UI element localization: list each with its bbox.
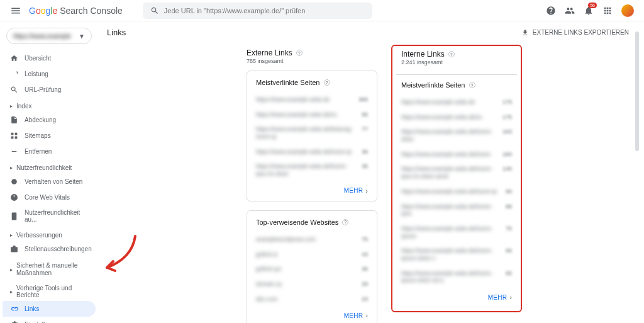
external-links-total: 785 insgesamt bbox=[247, 58, 377, 64]
sidebar-item-settings[interactable]: Einstellungen bbox=[3, 317, 96, 323]
sidebar-item-url-inspect[interactable]: URL-Prüfung bbox=[3, 82, 96, 98]
link-row[interactable]: domain.xy29 bbox=[256, 277, 368, 292]
link-row[interactable]: https://www.example-seite.de/lorem160 bbox=[401, 147, 512, 162]
search-box[interactable] bbox=[143, 3, 372, 19]
internal-links-column: Interne Links? 2.241 insgesamt Meistverl… bbox=[391, 48, 522, 323]
export-button[interactable]: EXTERNE LINKS EXPORTIEREN bbox=[521, 29, 629, 37]
link-row[interactable]: https://www.example-seite.de/lorem-ipsum… bbox=[401, 244, 512, 266]
link-row[interactable]: https://www.example-seite.de/lorem-ipsum… bbox=[401, 222, 512, 244]
link-row[interactable]: https://www.example-seite.de/xx95 bbox=[256, 108, 368, 123]
app-header: Google Search Console 56 bbox=[0, 0, 644, 21]
link-row[interactable]: https://www.example-seite.de/leistung-lo… bbox=[256, 122, 368, 144]
sidebar-item-page-experience[interactable]: Verhalten von Seiten bbox=[3, 174, 96, 190]
sidebar: https://www.example ▼ Übersicht Leistung… bbox=[0, 21, 101, 323]
sidebar-item-overview[interactable]: Übersicht bbox=[3, 50, 96, 66]
chevron-right-icon: › bbox=[509, 293, 512, 301]
sidebar-item-legacy[interactable]: ▸Vorherige Tools und Berichte bbox=[3, 280, 96, 301]
link-row[interactable]: https://www.example-seite.de175 bbox=[401, 95, 512, 110]
help-icon[interactable]: ? bbox=[342, 219, 348, 225]
sidebar-item-performance[interactable]: Leistung bbox=[3, 66, 96, 82]
sidebar-item-security[interactable]: ▸Sicherheit & manuelle Maßnahmen bbox=[3, 257, 96, 280]
page-title: Links bbox=[107, 28, 126, 37]
help-icon[interactable] bbox=[546, 6, 556, 16]
notification-badge: 56 bbox=[588, 3, 597, 8]
sidebar-item-cwv[interactable]: Core Web Vitals bbox=[3, 190, 96, 205]
internal-top-pages-card: Meistverlinkte Seiten? https://www.examp… bbox=[396, 74, 517, 307]
link-row[interactable]: https://www.example-seite.de/lorem-dolor… bbox=[401, 125, 512, 147]
link-row[interactable]: gofind.xyz36 bbox=[256, 262, 368, 277]
sidebar-section-index[interactable]: ▸Index bbox=[3, 98, 96, 112]
sidebar-section-enhancements[interactable]: ▸Verbesserungen bbox=[3, 227, 96, 241]
external-top-sites-card: Top-verweisende Websites? examplewordpre… bbox=[247, 210, 377, 323]
sidebar-section-ux[interactable]: ▸Nutzerfreundlichkeit bbox=[3, 159, 96, 174]
people-icon[interactable] bbox=[565, 6, 575, 16]
link-row[interactable]: https://www.example-seite.de365 bbox=[256, 93, 368, 108]
chevron-right-icon: › bbox=[365, 187, 368, 195]
title-row: Links EXTERNE LINKS EXPORTIEREN bbox=[101, 21, 644, 42]
scrollbar[interactable] bbox=[635, 25, 639, 318]
external-links-column: Externe Links? 785 insgesamt Meistverlin… bbox=[247, 48, 377, 323]
avatar[interactable] bbox=[621, 4, 634, 17]
search-wrap bbox=[143, 3, 372, 19]
help-icon[interactable]: ? bbox=[469, 82, 475, 88]
link-row[interactable]: abc.com23 bbox=[256, 292, 368, 307]
notifications-icon[interactable]: 56 bbox=[584, 6, 594, 16]
sidebar-item-removals[interactable]: Entfernen bbox=[3, 144, 96, 159]
link-row[interactable]: https://www.example-seite.de/lorem-ip36 bbox=[256, 145, 368, 160]
sidebar-item-jobs[interactable]: Stellenausschreibungen bbox=[3, 241, 96, 257]
search-icon bbox=[150, 6, 159, 15]
download-icon bbox=[521, 29, 529, 37]
apps-icon[interactable] bbox=[602, 6, 613, 16]
link-row[interactable]: https://www.example-seite.de/xx175 bbox=[401, 110, 512, 125]
more-button[interactable]: MEHR› bbox=[401, 288, 512, 303]
product-name: Search Console bbox=[60, 6, 123, 16]
sidebar-item-coverage[interactable]: Abdeckung bbox=[3, 112, 96, 128]
sidebar-item-links[interactable]: Links bbox=[3, 301, 96, 317]
highlight-annotation: Interne Links? 2.241 insgesamt Meistverl… bbox=[391, 45, 522, 312]
help-icon[interactable]: ? bbox=[324, 79, 330, 86]
sidebar-item-mobile[interactable]: Nutzerfreundlichkeit au... bbox=[3, 205, 96, 227]
more-button[interactable]: MEHR› bbox=[256, 307, 368, 322]
link-row[interactable]: gofind.xt43 bbox=[256, 247, 368, 263]
internal-links-title: Interne Links? bbox=[401, 50, 512, 59]
sidebar-item-sitemaps[interactable]: Sitemaps bbox=[3, 128, 96, 144]
external-links-title: Externe Links? bbox=[247, 48, 377, 57]
link-row[interactable]: https://www.example-seite.de/lorem-ipsu-… bbox=[256, 159, 368, 181]
help-icon[interactable]: ? bbox=[296, 50, 303, 56]
logo[interactable]: Google Search Console bbox=[29, 6, 123, 16]
menu-icon[interactable] bbox=[10, 5, 21, 16]
link-row[interactable]: https://www.example-seite.de/lorem-ip90 bbox=[401, 184, 512, 200]
chevron-right-icon: › bbox=[365, 312, 368, 319]
internal-links-total: 2.241 insgesamt bbox=[401, 59, 512, 65]
google-logo: Google bbox=[29, 6, 57, 16]
chevron-down-icon: ▼ bbox=[79, 33, 85, 40]
link-row[interactable]: https://www.example-seite.de/lorem-ipsu8… bbox=[401, 200, 512, 222]
link-row[interactable]: examplewordpress.com75 bbox=[256, 232, 368, 247]
link-row[interactable]: https://www.example-seite.de/lorem-ipsum… bbox=[401, 266, 512, 288]
help-icon[interactable]: ? bbox=[448, 51, 455, 57]
more-button[interactable]: MEHR› bbox=[256, 182, 368, 197]
external-top-pages-card: Meistverlinkte Seiten? https://www.examp… bbox=[247, 71, 377, 201]
main-content: Links EXTERNE LINKS EXPORTIEREN Externe … bbox=[101, 21, 644, 323]
search-input[interactable] bbox=[164, 7, 365, 14]
header-actions: 56 bbox=[546, 4, 634, 17]
link-row[interactable]: https://www.example-seite.de/lorem-ipsu-… bbox=[401, 162, 512, 184]
svg-point-0 bbox=[11, 179, 17, 184]
property-selector[interactable]: https://www.example ▼ bbox=[6, 28, 92, 44]
